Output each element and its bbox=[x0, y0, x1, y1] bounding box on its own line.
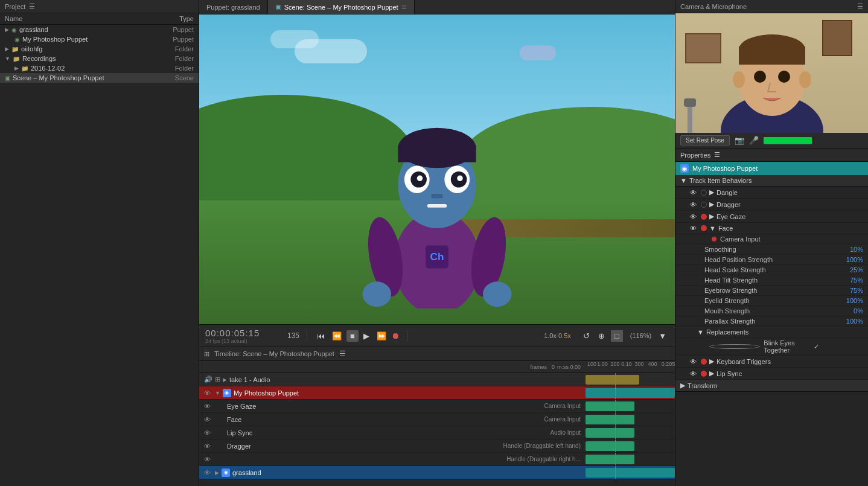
list-item[interactable]: ▶ 📁 oiitohfg Folder bbox=[0, 44, 199, 54]
zoom-value: 1.0x bbox=[544, 332, 557, 339]
add-track-icon[interactable]: ⊞ bbox=[204, 350, 209, 358]
scene-tab-label: Scene: Scene – My Photoshop Puppet bbox=[284, 4, 398, 11]
list-item[interactable]: ▶ ◉ grassland Puppet bbox=[0, 25, 199, 34]
eye-icon[interactable]: 👁 bbox=[204, 389, 212, 397]
expand-audio[interactable]: ▶ bbox=[223, 377, 227, 383]
scene-background: Ch bbox=[199, 14, 675, 324]
playhead bbox=[615, 386, 616, 399]
prop-label: Mouth Strength bbox=[704, 307, 839, 315]
right-panel: Camera & Microphone ☰ bbox=[675, 0, 868, 486]
list-item[interactable]: ▼ 📁 Recordings Folder bbox=[0, 54, 199, 63]
tl-row-dragger2: 👁 Handle (Draggable right h... bbox=[199, 453, 675, 466]
guide-button[interactable]: ⊕ bbox=[596, 330, 607, 342]
list-item[interactable]: ▶ 📁 2016-12-02 Folder bbox=[0, 63, 199, 73]
row-type: Folder bbox=[152, 65, 194, 72]
mark-500: 500 bbox=[672, 361, 675, 367]
replacements-item[interactable]: ▼ Replacements bbox=[675, 327, 868, 338]
mark-400: 400 bbox=[648, 361, 657, 367]
mic-icon: 🎤 bbox=[749, 136, 759, 145]
prop-value: 100% bbox=[839, 318, 863, 325]
eye-icon[interactable]: 👁 bbox=[204, 416, 212, 423]
list-item[interactable]: ▣ Scene – My Photoshop Puppet Scene bbox=[0, 73, 199, 83]
eye-icon[interactable]: 👁 bbox=[204, 469, 212, 476]
tab-menu-icon[interactable]: ☰ bbox=[401, 4, 407, 10]
timeline-menu-icon[interactable]: ☰ bbox=[339, 350, 346, 358]
svg-rect-23 bbox=[739, 46, 805, 65]
grassland-clip[interactable] bbox=[586, 468, 675, 478]
expand-dragger[interactable]: ▶ bbox=[709, 200, 714, 208]
svg-point-12 bbox=[457, 176, 463, 182]
eye-icon[interactable]: 👁 bbox=[690, 213, 698, 220]
tl-label-dragger2: 👁 Handle (Draggable right h... bbox=[199, 456, 586, 463]
behaviors-section-header[interactable]: ▼ Track Item Behaviors bbox=[675, 175, 868, 187]
go-start-button[interactable]: ⏮ bbox=[314, 330, 327, 342]
mark-200: 200 bbox=[610, 361, 619, 367]
sub-clip[interactable] bbox=[586, 441, 634, 451]
scene-tab[interactable]: ▣ Scene: Scene – My Photoshop Puppet ☰ bbox=[268, 0, 415, 14]
sub-clip[interactable] bbox=[586, 401, 634, 411]
eye-icon[interactable]: 👁 bbox=[690, 225, 698, 232]
eye-icon[interactable]: 👁 bbox=[204, 443, 212, 450]
eye-icon[interactable]: 👁 bbox=[204, 429, 212, 436]
camera-menu-icon[interactable]: ☰ bbox=[857, 2, 863, 10]
camera-header-label: Camera & Microphone bbox=[680, 3, 747, 10]
sub-clip[interactable] bbox=[586, 415, 634, 424]
prop-head-tilt: Head Tilt Strength 75% bbox=[675, 275, 868, 286]
eye-icon[interactable]: 👁 bbox=[204, 456, 212, 463]
expand-keyboard[interactable]: ▶ bbox=[709, 357, 714, 365]
tl-row-audio: 🔊 ⊞ ▶ take 1 - Audio bbox=[199, 373, 675, 386]
sub-clip[interactable] bbox=[586, 455, 634, 464]
behavior-dragger[interactable]: 👁 ▶ Dragger bbox=[675, 199, 868, 211]
stop-button[interactable]: ■ bbox=[346, 330, 359, 342]
expand-dangle[interactable]: ▶ bbox=[709, 188, 714, 196]
zoom-down-icon[interactable]: ▼ bbox=[656, 330, 669, 342]
expand-puppet[interactable]: ▼ bbox=[215, 390, 220, 396]
refresh-button[interactable]: ↺ bbox=[581, 330, 592, 342]
expand-eyegaze[interactable]: ▶ bbox=[709, 213, 714, 220]
transform-section[interactable]: ▶ Transform bbox=[675, 380, 868, 392]
expand-icon: ▶ bbox=[14, 65, 19, 71]
expand-icon: ▶ bbox=[5, 27, 9, 33]
record-button[interactable]: ⏺ bbox=[391, 331, 400, 341]
expand-replacements[interactable]: ▼ bbox=[697, 328, 704, 336]
expand-lipsync[interactable]: ▶ bbox=[709, 369, 714, 377]
eye-icon[interactable]: 👁 bbox=[204, 403, 212, 410]
playhead bbox=[615, 413, 616, 426]
behavior-lipsync[interactable]: 👁 ▶ Lip Sync bbox=[675, 368, 868, 380]
list-item[interactable]: ◉ My Photoshop Puppet Puppet bbox=[0, 34, 199, 44]
eye-icon[interactable]: 👁 bbox=[690, 189, 698, 196]
play-forward-button[interactable]: ⏩ bbox=[374, 330, 389, 342]
behavior-dangle[interactable]: 👁 ▶ Dangle bbox=[675, 187, 868, 199]
behavior-eyegaze[interactable]: 👁 ▶ Eye Gaze bbox=[675, 211, 868, 223]
rewind-button[interactable]: ⏪ bbox=[330, 330, 344, 342]
tl-label-audio: 🔊 ⊞ ▶ take 1 - Audio bbox=[199, 376, 586, 383]
behavior-keyboard-triggers[interactable]: 👁 ▶ Keyboard Triggers bbox=[675, 356, 868, 368]
project-menu-icon[interactable]: ☰ bbox=[29, 2, 35, 10]
properties-menu-icon[interactable]: ☰ bbox=[714, 151, 720, 159]
behavior-name: Eye Gaze bbox=[716, 213, 745, 220]
sub-clip[interactable] bbox=[586, 428, 634, 438]
svg-point-17 bbox=[363, 282, 392, 307]
prop-value: 75% bbox=[839, 277, 863, 284]
camera-input-label: Camera Input bbox=[720, 235, 761, 243]
puppet-clip[interactable] bbox=[586, 388, 675, 398]
eye-icon[interactable]: 👁 bbox=[690, 201, 698, 208]
expand-face[interactable]: ▼ bbox=[709, 225, 716, 232]
puppet-tab[interactable]: Puppet: grassland bbox=[199, 0, 268, 14]
tl-row-grassland: 👁 ▶ ◉ grassland bbox=[199, 466, 675, 479]
properties-label: Properties bbox=[680, 152, 710, 159]
set-rest-pose-button[interactable]: Set Rest Pose bbox=[680, 135, 730, 145]
eye-icon[interactable]: 👁 bbox=[690, 358, 698, 365]
properties-panel: Properties ☰ ◉ My Photoshop Puppet ▼ Tra… bbox=[675, 149, 868, 486]
mark-300: 300 bbox=[634, 361, 643, 367]
view-button[interactable]: □ bbox=[611, 330, 623, 342]
behavior-name: Dragger bbox=[716, 201, 741, 208]
behavior-face[interactable]: 👁 ▼ Face bbox=[675, 223, 868, 234]
eye-icon[interactable]: 👁 bbox=[690, 370, 698, 377]
expand-grassland[interactable]: ▶ bbox=[215, 470, 219, 476]
audio-clip[interactable] bbox=[586, 375, 639, 385]
add-item-icon[interactable]: ⊞ bbox=[215, 376, 220, 383]
expand-behaviors: ▼ bbox=[680, 177, 687, 184]
character: Ch bbox=[346, 79, 528, 309]
play-button[interactable]: ▶ bbox=[361, 330, 372, 342]
